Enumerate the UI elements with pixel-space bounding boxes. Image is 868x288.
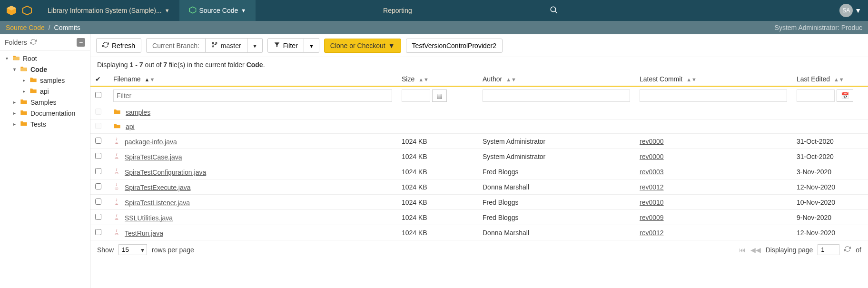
table-row: SpiraTestCase.java1024 KBSystem Administ…	[90, 149, 868, 164]
cell-size: 1024 KB	[397, 179, 478, 195]
calculator-icon: ▦	[436, 92, 443, 99]
cell-edited: 31-Oct-2020	[792, 134, 868, 149]
table-row: SpiraTestConfiguration.java1024 KBFred B…	[90, 164, 868, 179]
table-row: SpiraTestListener.java1024 KBFred Bloggs…	[90, 195, 868, 210]
check-icon: ✔	[95, 75, 101, 83]
expand-arrow-icon: ▸	[13, 110, 19, 116]
clone-checkout-button[interactable]: Clone or Checkout ▼	[324, 39, 401, 53]
row-checkbox[interactable]	[95, 214, 101, 220]
cell-size: 1024 KB	[397, 225, 478, 240]
provider-button[interactable]: TestVersionControlProvider2	[406, 39, 503, 53]
tree-node-label: Tests	[30, 120, 46, 128]
refresh-button[interactable]: Refresh	[96, 38, 141, 53]
header-check: ✔	[90, 72, 108, 86]
tree-node[interactable]: ▾Root	[0, 53, 90, 64]
header-filename-label: Filename	[113, 75, 141, 83]
cell-edited: 9-Nov-2020	[792, 210, 868, 225]
author-filter-input[interactable]	[483, 89, 630, 102]
first-page-button[interactable]: ⏮	[739, 246, 746, 254]
cell-size: 1024 KB	[397, 210, 478, 225]
filename-filter-input[interactable]	[113, 89, 392, 102]
branch-button[interactable]: master	[206, 38, 247, 53]
table-row: TestRun.java1024 KBDonna Marshallrev0012…	[90, 225, 868, 240]
commit-link[interactable]: rev0012	[640, 229, 664, 237]
breadcrumb: Source Code / Commits System Administrat…	[0, 21, 868, 34]
header-author[interactable]: Author ▲▼	[478, 72, 635, 86]
filter-row: ▦ 📅	[90, 86, 868, 105]
global-search-button[interactable]	[540, 0, 568, 21]
row-checkbox[interactable]	[95, 183, 101, 189]
file-link[interactable]: package-info.java	[125, 138, 177, 146]
summary-prefix: Displaying	[97, 61, 129, 69]
date-picker-button[interactable]: 📅	[837, 89, 853, 102]
commit-link[interactable]: rev0012	[640, 183, 664, 191]
tree-node[interactable]: ▸Documentation	[0, 108, 90, 119]
commit-link[interactable]: rev0000	[640, 153, 664, 160]
folder-link[interactable]: api	[126, 123, 135, 130]
row-checkbox[interactable]	[95, 138, 101, 144]
tree-node[interactable]: ▾Code	[0, 64, 90, 75]
sidebar-title: Folders	[5, 39, 27, 46]
file-link[interactable]: TestRun.java	[125, 229, 163, 237]
java-file-icon	[113, 229, 120, 237]
top-nav: Library Information System (Sample)... ▼…	[0, 0, 868, 21]
nav-reporting[interactable]: Reporting	[256, 0, 540, 21]
svg-point-7	[212, 46, 214, 47]
nav-source-code[interactable]: Source Code ▼	[179, 0, 256, 21]
file-link[interactable]: SpiraTestExecute.java	[125, 184, 191, 191]
folder-link[interactable]: samples	[126, 109, 150, 116]
select-all-checkbox[interactable]	[95, 92, 101, 98]
svg-marker-3	[189, 7, 196, 13]
refresh-folders-icon[interactable]	[30, 39, 37, 47]
row-checkbox[interactable]	[95, 229, 101, 235]
filter-icon	[274, 41, 280, 50]
tree-node[interactable]: ▸samples	[0, 75, 90, 86]
folder-icon	[30, 87, 37, 95]
header-size[interactable]: Size ▲▼	[397, 72, 478, 86]
breadcrumb-root[interactable]: Source Code	[6, 24, 45, 31]
size-filter-input[interactable]	[402, 89, 430, 102]
commit-filter-input[interactable]	[640, 89, 787, 102]
header-filename[interactable]: Filename ▲▼	[108, 72, 397, 86]
row-checkbox[interactable]	[95, 168, 101, 174]
refresh-page-button[interactable]	[844, 246, 851, 254]
file-link[interactable]: SpiraTestConfiguration.java	[125, 169, 206, 176]
refresh-label: Refresh	[112, 42, 135, 50]
row-checkbox[interactable]	[95, 199, 101, 205]
tree-node[interactable]: ▸api	[0, 86, 90, 97]
tree-node[interactable]: ▸Samples	[0, 97, 90, 108]
page-number-input[interactable]	[818, 244, 839, 255]
workspace-dropdown[interactable]: Library Information System (Sample)... ▼	[38, 0, 179, 21]
commit-link[interactable]: rev0000	[640, 138, 664, 145]
file-link[interactable]: SpiraTestCase.java	[125, 153, 182, 161]
commit-link[interactable]: rev0003	[640, 168, 664, 176]
table-row: api	[90, 119, 868, 134]
commit-link[interactable]: rev0009	[640, 214, 664, 221]
folder-icon	[113, 109, 121, 116]
filter-button[interactable]: Filter	[267, 38, 304, 53]
collapse-sidebar-button[interactable]: −	[77, 38, 85, 47]
size-calc-button[interactable]: ▦	[432, 89, 447, 102]
avatar-initials: SA	[839, 4, 853, 17]
header-edited[interactable]: Last Edited ▲▼	[792, 72, 868, 86]
file-link[interactable]: SSLUtilities.java	[125, 214, 173, 222]
folder-sidebar: Folders − ▾Root▾Code▸samples▸api▸Samples…	[0, 34, 90, 288]
svg-marker-2	[23, 6, 31, 15]
sidebar-header: Folders −	[0, 34, 90, 51]
branch-dropdown-toggle[interactable]: ▾	[247, 38, 263, 53]
commit-link[interactable]: rev0010	[640, 199, 664, 206]
folder-icon	[20, 109, 28, 117]
table-row: package-info.java1024 KBSystem Administr…	[90, 134, 868, 149]
tree-node[interactable]: ▸Tests	[0, 119, 90, 129]
filter-dropdown-toggle[interactable]: ▾	[304, 38, 319, 53]
cell-author: Donna Marshall	[478, 179, 635, 195]
chevron-down-icon: ▾	[310, 42, 313, 50]
file-link[interactable]: SpiraTestListener.java	[125, 199, 190, 207]
prev-page-button[interactable]: ◀◀	[750, 246, 761, 254]
rows-per-page-select[interactable]	[118, 244, 147, 255]
user-menu[interactable]: SA ▼	[833, 0, 868, 21]
header-commit[interactable]: Latest Commit ▲▼	[635, 72, 792, 86]
clone-label: Clone or Checkout	[330, 42, 385, 50]
edited-filter-input[interactable]	[797, 89, 835, 102]
row-checkbox[interactable]	[95, 153, 101, 159]
